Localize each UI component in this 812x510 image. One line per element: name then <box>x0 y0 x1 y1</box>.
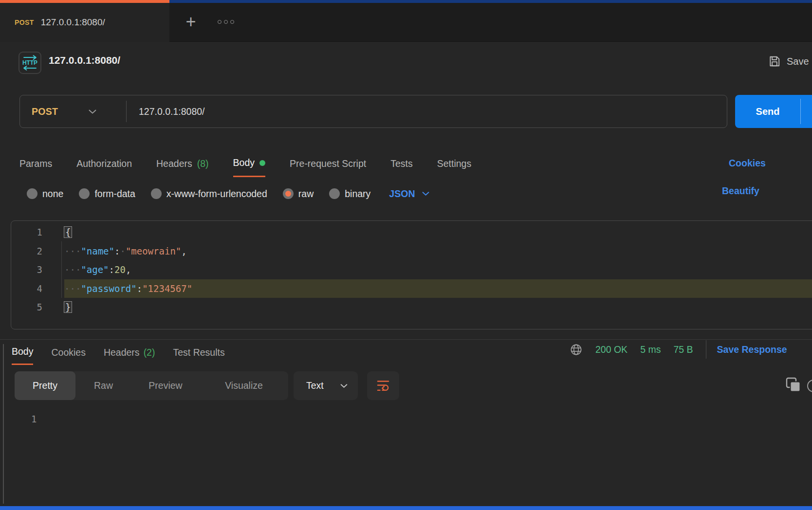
copy-icon <box>785 377 803 394</box>
headers-count-badge: (8) <box>197 158 209 169</box>
bottom-accent-bar <box>0 506 812 510</box>
response-tab-headers[interactable]: Headers (2) <box>104 340 155 365</box>
radio-icon <box>151 188 162 199</box>
open-brace-token: { <box>64 227 72 237</box>
code-line: 2 ···"name":·"meowrain", <box>11 242 812 261</box>
response-line-number: 1 <box>31 414 37 424</box>
tab-bar: POST 127.0.0.1:8080/ + <box>0 0 812 42</box>
tab-settings[interactable]: Settings <box>437 150 471 177</box>
tab-title: 127.0.0.1:8080/ <box>41 17 105 28</box>
request-tabs: Params Authorization Headers (8) Body Pr… <box>0 150 812 177</box>
code-line: 5 } <box>11 298 812 317</box>
body-mode-raw[interactable]: raw <box>283 188 314 200</box>
whitespace-token: · <box>120 246 125 256</box>
language-select[interactable]: JSON <box>389 188 430 200</box>
ellipsis-icon <box>230 20 234 24</box>
request-tab-active[interactable]: POST 127.0.0.1:8080/ <box>0 3 169 42</box>
plus-icon: + <box>185 13 196 31</box>
body-mode-form-data[interactable]: form-data <box>79 188 135 200</box>
view-mode-pretty[interactable]: Pretty <box>15 371 75 400</box>
status-divider <box>706 340 706 359</box>
globe-icon <box>570 343 583 356</box>
response-time[interactable]: 5 ms <box>640 344 661 355</box>
tab-method-badge: POST <box>15 18 34 26</box>
tab-headers[interactable]: Headers (8) <box>156 150 209 177</box>
response-tabs: Body Cookies Headers (2) Test Results <box>0 340 225 365</box>
chevron-down-icon <box>340 383 348 388</box>
response-status-bar: 200 OK 5 ms 75 B Save Response <box>570 340 787 359</box>
whitespace-token: ··· <box>64 283 81 294</box>
svg-text:HTTP: HTTP <box>22 59 37 66</box>
chevron-down-icon <box>88 109 97 114</box>
send-button[interactable]: Send <box>735 95 812 128</box>
method-label: POST <box>32 106 58 117</box>
method-select[interactable]: POST <box>20 106 126 117</box>
tab-pre-request-script[interactable]: Pre-request Script <box>290 150 366 177</box>
url-bar: POST 127.0.0.1:8080/ <box>19 95 727 128</box>
radio-icon <box>79 188 90 199</box>
body-mode-none[interactable]: none <box>27 188 63 200</box>
body-modified-dot-icon <box>259 160 265 166</box>
line-number: 3 <box>11 264 42 275</box>
response-tab-body[interactable]: Body <box>12 340 33 365</box>
radio-icon <box>27 188 37 199</box>
json-string-token: "1234567" <box>142 283 192 294</box>
ellipsis-icon <box>224 20 228 24</box>
new-tab-button[interactable]: + <box>181 11 201 33</box>
body-mode-urlencoded[interactable]: x-www-form-urlencoded <box>151 188 267 200</box>
wrap-text-button[interactable] <box>367 371 399 400</box>
response-tab-cookies[interactable]: Cookies <box>51 340 85 365</box>
whitespace-token: ··· <box>64 246 81 256</box>
view-mode-visualize[interactable]: Visualize <box>200 371 288 400</box>
view-mode-preview[interactable]: Preview <box>131 371 200 400</box>
url-input[interactable]: 127.0.0.1:8080/ <box>139 106 727 117</box>
panel-resize-handle[interactable] <box>3 344 4 504</box>
save-response-link[interactable]: Save Response <box>717 344 787 355</box>
line-number: 2 <box>11 246 42 256</box>
json-key-token: "password" <box>81 283 136 294</box>
more-tabs-button[interactable] <box>213 14 239 30</box>
response-size[interactable]: 75 B <box>673 344 693 355</box>
line-number: 1 <box>11 227 42 237</box>
indent-guide <box>61 241 62 298</box>
body-mode-row: none form-data x-www-form-urlencoded raw… <box>0 186 812 201</box>
tab-body[interactable]: Body <box>233 150 265 177</box>
wrap-text-icon <box>376 379 390 393</box>
copy-button[interactable] <box>785 377 803 394</box>
radio-icon <box>329 188 340 199</box>
save-label: Save <box>787 56 809 67</box>
line-number: 4 <box>11 283 42 294</box>
ellipsis-icon <box>218 20 221 24</box>
request-title: 127.0.0.1:8080/ <box>49 55 120 66</box>
status-code[interactable]: 200 OK <box>595 344 627 355</box>
json-number-token: 20 <box>114 264 126 275</box>
search-icon[interactable] <box>807 380 812 392</box>
whitespace-token: ··· <box>64 264 81 275</box>
chevron-down-icon <box>422 191 430 196</box>
code-line: 1 { <box>11 223 812 242</box>
tab-authorization[interactable]: Authorization <box>76 150 132 177</box>
url-divider <box>126 101 127 122</box>
response-tab-test-results[interactable]: Test Results <box>173 340 224 365</box>
save-button[interactable]: Save <box>768 53 812 70</box>
postman-window: POST 127.0.0.1:8080/ + HTTP 127.0.0.1:80… <box>0 0 812 510</box>
request-body-editor[interactable]: 1 { 2 ···"name":·"meowrain", 3 ···"age":… <box>11 220 812 329</box>
line-number: 5 <box>11 302 42 312</box>
response-view-switcher: Pretty Raw Preview Visualize <box>15 371 288 400</box>
tab-params[interactable]: Params <box>19 150 52 177</box>
code-line: 3 ···"age":20, <box>11 260 812 279</box>
code-line-current: 4 ···"password":"1234567" <box>11 279 812 298</box>
radio-selected-icon <box>283 188 294 199</box>
view-mode-raw[interactable]: Raw <box>75 371 131 400</box>
json-key-token: "age" <box>81 264 109 275</box>
beautify-link[interactable]: Beautify <box>722 185 759 197</box>
cookies-link[interactable]: Cookies <box>729 158 766 169</box>
http-method-icon: HTTP <box>18 52 41 74</box>
save-icon <box>768 55 781 68</box>
body-mode-binary[interactable]: binary <box>329 188 370 200</box>
format-select[interactable]: Text <box>294 371 358 400</box>
close-brace-token: } <box>64 302 72 312</box>
send-label: Send <box>735 95 800 128</box>
tab-tests[interactable]: Tests <box>390 150 413 177</box>
send-split-divider <box>800 99 801 124</box>
